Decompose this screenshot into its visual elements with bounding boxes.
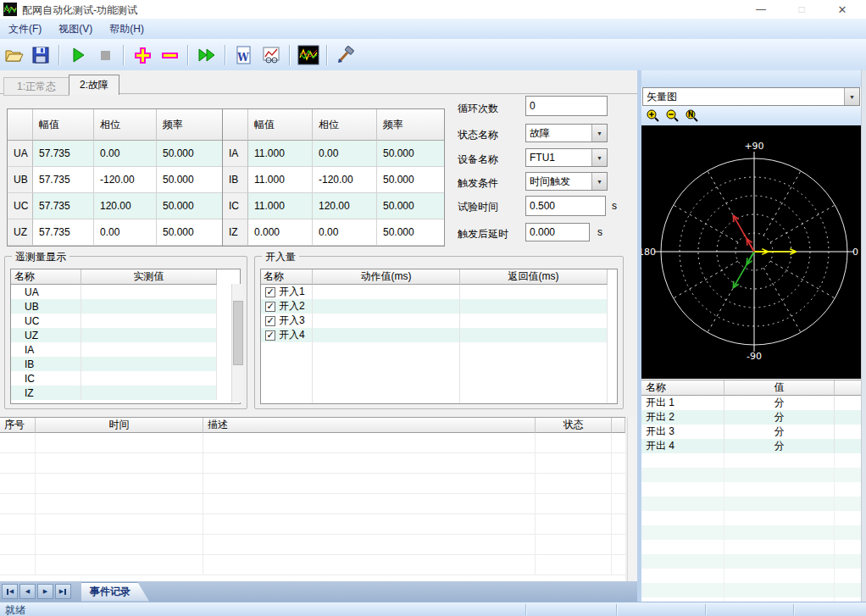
empty-cell xyxy=(0,453,36,474)
grid-cell[interactable]: -120.00 xyxy=(94,167,157,193)
grid-cell[interactable]: 57.735 xyxy=(33,219,94,246)
voltage-phasor-table: 幅值相位频率UA57.7350.0050.000UB57.735-120.005… xyxy=(7,108,223,247)
grid-cell[interactable]: 0.00 xyxy=(94,141,157,167)
checkbox[interactable] xyxy=(265,302,275,312)
view-selector-combo[interactable]: 矢量图 ▼ xyxy=(642,87,860,106)
loop-count-input[interactable] xyxy=(525,96,608,116)
grid-cell[interactable]: 57.735 xyxy=(33,141,94,167)
grid-cell[interactable]: 120.00 xyxy=(94,193,157,219)
test-time-input[interactable] xyxy=(525,196,606,216)
grid-cell[interactable]: 11.000 xyxy=(248,167,313,193)
zoom-out-icon[interactable] xyxy=(665,108,680,123)
prev-page-button[interactable]: ◀ xyxy=(19,584,36,599)
vector-panel: 矢量图 ▼ N +901800-90 名称值开出 1分开出 2分开出 3分开出 … xyxy=(641,70,861,602)
chevron-down-icon[interactable]: ▼ xyxy=(844,88,859,105)
grid-cell[interactable]: 50.000 xyxy=(157,219,222,246)
telemetry-name: IB xyxy=(11,357,81,371)
grid-cell[interactable]: 0.000 xyxy=(248,219,313,246)
table-row: UA xyxy=(11,285,240,299)
empty-row xyxy=(641,540,861,554)
scrollbar-thumb[interactable] xyxy=(233,301,243,365)
close-button[interactable]: ✕ xyxy=(825,0,859,19)
toolbar-separator xyxy=(58,45,60,65)
zoom-reset-icon[interactable]: N xyxy=(685,108,699,123)
checkbox[interactable] xyxy=(265,316,275,326)
stop-button[interactable] xyxy=(92,42,118,68)
grid-cell[interactable]: 0.00 xyxy=(94,219,157,246)
grid-cell[interactable]: 120.00 xyxy=(313,193,377,219)
empty-cell xyxy=(641,468,724,482)
export-word-button[interactable]: W xyxy=(231,42,257,68)
waveform-button[interactable] xyxy=(296,42,321,68)
telemetry-name: UA xyxy=(11,285,81,299)
toolbar: W xyxy=(0,39,866,71)
first-page-button[interactable]: ◀ xyxy=(2,584,18,599)
grid-cell[interactable]: 50.000 xyxy=(157,141,222,167)
grid-cell[interactable]: 50.000 xyxy=(157,167,222,193)
grid-cell[interactable]: 11.000 xyxy=(248,141,313,167)
telemetry-name: UC xyxy=(11,314,81,328)
grid-cell[interactable]: 50.000 xyxy=(377,141,444,167)
grid-cell[interactable]: 50.000 xyxy=(157,193,222,219)
add-state-button[interactable] xyxy=(130,42,155,68)
remove-state-button[interactable] xyxy=(157,42,182,68)
header-row: 名称值 xyxy=(641,380,861,396)
empty-cell xyxy=(460,342,608,357)
row-header: IA xyxy=(223,141,248,167)
empty-cell xyxy=(36,494,203,514)
app-icon xyxy=(3,3,17,16)
checkbox[interactable] xyxy=(265,330,275,341)
next-page-button[interactable]: ▶ xyxy=(37,584,53,599)
chevron-down-icon[interactable]: ▼ xyxy=(591,173,607,190)
device-name-combo[interactable]: FTU1 ▼ xyxy=(525,148,608,167)
post-trigger-delay-input[interactable] xyxy=(525,223,590,241)
empty-cell xyxy=(641,554,724,569)
last-page-button[interactable]: ▶ xyxy=(55,584,71,599)
empty-cell xyxy=(203,494,536,514)
tab-fault-state[interactable]: 2:故障 xyxy=(69,75,119,95)
empty-cell xyxy=(536,555,612,575)
grid-cell[interactable]: 57.735 xyxy=(33,167,94,193)
grid-cell[interactable]: 50.000 xyxy=(377,193,444,219)
save-icon xyxy=(31,45,51,65)
telemetry-scrollbar[interactable] xyxy=(231,284,243,402)
empty-cell xyxy=(460,386,608,400)
zoom-in-icon[interactable] xyxy=(646,108,660,123)
open-button[interactable] xyxy=(1,42,26,68)
trigger-condition-combo[interactable]: 时间触发 ▼ xyxy=(525,172,608,191)
status-separator xyxy=(616,604,618,615)
output-value: 分 xyxy=(724,425,835,439)
trigger-condition-value: 时间触发 xyxy=(526,173,591,190)
state-name-combo[interactable]: 故障 ▼ xyxy=(525,124,608,142)
tab-normal-state[interactable]: 1:正常态 xyxy=(3,77,69,96)
table-row: IB11.000-120.0050.000 xyxy=(223,167,444,193)
grid-cell[interactable]: 0.00 xyxy=(313,141,377,167)
menu-file[interactable]: 文件(F) xyxy=(0,19,50,39)
empty-cell xyxy=(261,371,313,386)
checkbox[interactable] xyxy=(265,287,275,297)
sheet-tab-event-log[interactable]: 事件记录 xyxy=(81,582,149,602)
tools-button[interactable] xyxy=(333,42,358,68)
menu-help[interactable]: 帮助(H) xyxy=(101,19,153,39)
return-value-cell xyxy=(460,299,608,314)
empty-cell xyxy=(261,400,313,404)
header-row: 名称实测值 xyxy=(11,269,240,285)
empty-cell xyxy=(835,453,861,468)
grid-cell[interactable]: 11.000 xyxy=(248,193,313,219)
chevron-down-icon[interactable]: ▼ xyxy=(591,125,607,142)
fast-forward-button[interactable] xyxy=(194,42,219,68)
save-button[interactable] xyxy=(28,42,53,68)
grid-cell[interactable]: -120.00 xyxy=(313,167,377,193)
start-button[interactable] xyxy=(65,42,91,68)
grid-cell[interactable]: 50.000 xyxy=(377,167,444,193)
table-row: UZ xyxy=(11,328,240,342)
report-button[interactable] xyxy=(258,42,284,68)
chevron-down-icon[interactable]: ▼ xyxy=(591,149,607,166)
maximize-button[interactable]: □ xyxy=(785,0,819,19)
menu-view[interactable]: 视图(V) xyxy=(50,19,101,39)
grid-cell[interactable]: 0.00 xyxy=(313,219,377,246)
grid-cell[interactable]: 50.000 xyxy=(377,219,444,246)
hammer-icon xyxy=(336,45,356,65)
grid-cell[interactable]: 57.735 xyxy=(33,193,94,219)
minimize-button[interactable]: — xyxy=(744,0,778,19)
